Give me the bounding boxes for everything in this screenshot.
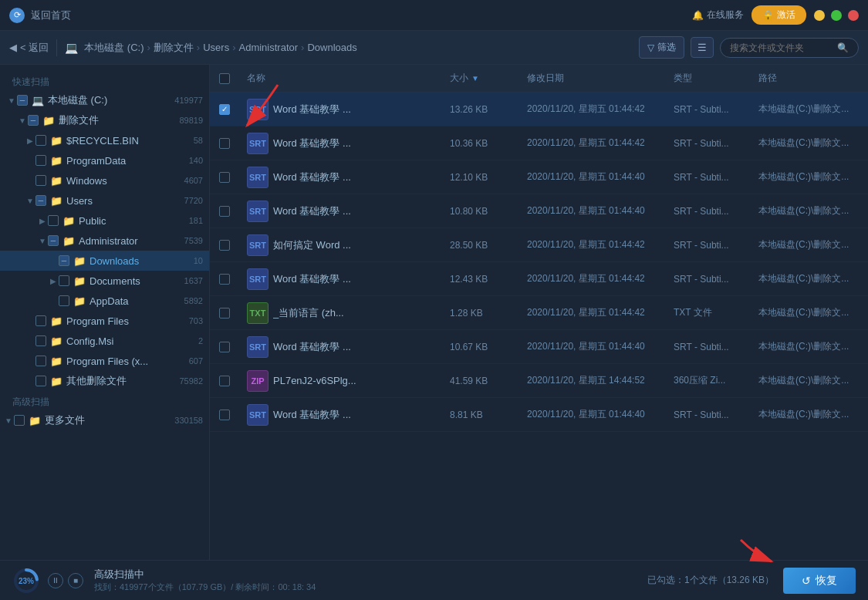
- nav-bar: ◀ < 返回 💻 本地磁盘 (C:) › 删除文件 › Users › Admi…: [0, 31, 868, 65]
- pause-button[interactable]: ⏸: [48, 573, 63, 588]
- menu-icon: ☰: [697, 42, 707, 53]
- row-checkbox-1[interactable]: [219, 138, 230, 149]
- recycle-checkbox[interactable]: [35, 135, 46, 146]
- sidebar-item-programdata[interactable]: ▶ 📁 ProgramData 140: [0, 150, 209, 170]
- table-row[interactable]: SRT 如何搞定 Word ... 28.50 KB 2020/11/20, 星…: [210, 228, 868, 262]
- table-row[interactable]: TXT _当前语言 (zh... 1.28 KB 2020/11/20, 星期五…: [210, 296, 868, 330]
- table-row[interactable]: SRT Word 基础教學 ... 8.81 KB 2020/11/20, 星期…: [210, 398, 868, 432]
- close-button[interactable]: [848, 10, 859, 21]
- breadcrumb-admin[interactable]: Administrator: [238, 42, 298, 53]
- expand-icon: ▼: [17, 116, 28, 125]
- scan-controls: ⏸ ■: [48, 573, 83, 588]
- row-check-7[interactable]: [219, 342, 247, 352]
- row-check-9[interactable]: [219, 410, 247, 420]
- users-checkbox[interactable]: ─: [35, 195, 46, 206]
- row-check-3[interactable]: [219, 206, 247, 217]
- table-row[interactable]: SRT Word 基础教學 ... 12.43 KB 2020/11/20, 星…: [210, 262, 868, 296]
- row-checkbox-6[interactable]: [219, 308, 230, 319]
- activate-button[interactable]: 🔒 激活: [751, 5, 806, 25]
- file-path-1: 本地磁盘(C:)\删除文...: [758, 137, 859, 150]
- file-size-7: 10.67 KB: [450, 342, 527, 352]
- breadcrumb-users[interactable]: Users: [203, 42, 229, 53]
- header-type: 类型: [674, 72, 758, 85]
- nav-divider: [56, 39, 57, 56]
- breadcrumb-drive[interactable]: 本地磁盘 (C:): [84, 41, 144, 55]
- breadcrumb-deleted[interactable]: 删除文件: [154, 41, 194, 55]
- table-row[interactable]: SRT Word 基础教學 ... 12.10 KB 2020/11/20, 星…: [210, 160, 868, 194]
- row-checkbox-8[interactable]: [219, 376, 230, 386]
- sidebar-item-documents[interactable]: ▶ 📁 Documents 1637: [0, 271, 209, 291]
- restore-button[interactable]: ↺ 恢复: [783, 568, 856, 594]
- sidebar-item-public[interactable]: ▶ 📁 Public 181: [0, 211, 209, 231]
- sidebar-item-other-deleted[interactable]: 📁 其他删除文件 75982: [0, 371, 209, 391]
- bottom-bar: 23% ⏸ ■ 高级扫描中 找到：419977个文件（107.79 GB）/ 剩…: [0, 560, 868, 600]
- row-checkbox-7[interactable]: [219, 342, 230, 352]
- file-type-text-7: SRT - Subti...: [674, 342, 758, 352]
- public-checkbox[interactable]: [48, 215, 59, 226]
- filter-button[interactable]: ▽ 筛选: [639, 36, 684, 59]
- main-layout: 快速扫描 ▼ ─ 💻 本地磁盘 (C:) 419977 ▼ ─ 📁 删除文件 8…: [0, 65, 868, 560]
- drive-checkbox[interactable]: ─: [17, 95, 28, 106]
- table-row[interactable]: SRT Word 基础教學 ... 10.67 KB 2020/11/20, 星…: [210, 330, 868, 364]
- stop-button[interactable]: ■: [68, 573, 83, 588]
- row-check-4[interactable]: [219, 240, 247, 251]
- search-box[interactable]: 🔍: [720, 38, 859, 58]
- row-check-1[interactable]: [219, 138, 247, 149]
- row-checkbox-3[interactable]: [219, 206, 230, 217]
- maximize-button[interactable]: [831, 10, 842, 21]
- row-checkbox-4[interactable]: [219, 240, 230, 251]
- sidebar-item-windows[interactable]: 📁 Windows 4607: [0, 170, 209, 190]
- sidebar-item-recycle[interactable]: ▶ 📁 $RECYCLE.BIN 58: [0, 130, 209, 150]
- sidebar-item-deleted[interactable]: ▼ ─ 📁 删除文件 89819: [0, 110, 209, 130]
- back-button[interactable]: ◀ < 返回: [9, 41, 49, 55]
- sidebar: 快速扫描 ▼ ─ 💻 本地磁盘 (C:) 419977 ▼ ─ 📁 删除文件 8…: [0, 65, 210, 560]
- downloads-checkbox[interactable]: ─: [59, 255, 69, 266]
- sidebar-item-configmsi[interactable]: 📁 Config.Msi 2: [0, 331, 209, 351]
- table-row[interactable]: SRT Word 基础教學 ... 10.36 KB 2020/11/20, 星…: [210, 126, 868, 160]
- title-bar-right: 🔔 在线服务 🔒 激活: [692, 5, 859, 25]
- row-check-5[interactable]: [219, 274, 247, 285]
- appdata-checkbox[interactable]: [59, 295, 69, 306]
- folder-icon: 📁: [49, 314, 63, 328]
- menu-button[interactable]: ☰: [691, 37, 714, 58]
- breadcrumb-downloads[interactable]: Downloads: [307, 42, 356, 53]
- sidebar-item-users[interactable]: ▼ ─ 📁 Users 7720: [0, 190, 209, 211]
- sidebar-item-more-files[interactable]: ▼ 📁 更多文件 330158: [0, 410, 209, 430]
- other-deleted-checkbox[interactable]: [35, 376, 46, 386]
- row-check-2[interactable]: [219, 172, 247, 183]
- search-input[interactable]: [730, 42, 833, 53]
- header-checkbox[interactable]: [219, 73, 230, 84]
- file-name-6: _当前语言 (zh...: [273, 306, 450, 320]
- bell-icon: 🔔: [692, 10, 704, 21]
- sidebar-item-appdata[interactable]: 📁 AppData 5892: [0, 291, 209, 311]
- service-button[interactable]: 🔔 在线服务: [692, 8, 744, 22]
- programdata-checkbox[interactable]: [35, 155, 46, 166]
- row-checkbox-9[interactable]: [219, 410, 230, 420]
- admin-checkbox[interactable]: ─: [48, 235, 59, 246]
- row-check-8[interactable]: [219, 376, 247, 386]
- pfx86-checkbox[interactable]: [35, 356, 46, 366]
- table-row[interactable]: SRT Word 基础教學 ... 10.80 KB 2020/11/20, 星…: [210, 194, 868, 228]
- table-row[interactable]: ✓ SRT Word 基础教學 ... 13.26 KB 2020/11/20,…: [210, 93, 868, 126]
- minimize-button[interactable]: [814, 10, 825, 21]
- row-checkbox-5[interactable]: [219, 274, 230, 285]
- sidebar-item-downloads[interactable]: ─ 📁 Downloads 10: [0, 251, 209, 271]
- sidebar-item-administrator[interactable]: ▼ ─ 📁 Administrator 7539: [0, 231, 209, 251]
- pf-checkbox[interactable]: [35, 315, 46, 326]
- row-checkbox-2[interactable]: [219, 172, 230, 183]
- home-link[interactable]: 返回首页: [31, 8, 71, 22]
- row-check-6[interactable]: [219, 308, 247, 319]
- sidebar-item-drive[interactable]: ▼ ─ 💻 本地磁盘 (C:) 419977: [0, 90, 209, 110]
- deleted-checkbox[interactable]: ─: [28, 115, 39, 126]
- table-row[interactable]: ZIP PL7enJ2-v6SPlg... 41.59 KB 2020/11/2…: [210, 364, 868, 398]
- sidebar-item-programfiles-x86[interactable]: 📁 Program Files (x... 607: [0, 351, 209, 371]
- row-checkbox-0[interactable]: ✓: [219, 104, 230, 115]
- row-check-0[interactable]: ✓: [219, 104, 247, 115]
- documents-checkbox[interactable]: [59, 275, 69, 286]
- configmsi-checkbox[interactable]: [35, 335, 46, 346]
- header-path: 路径: [758, 72, 859, 85]
- file-date-5: 2020/11/20, 星期五 01:44:42: [527, 272, 674, 285]
- sidebar-item-programfiles[interactable]: 📁 Program Files 703: [0, 311, 209, 331]
- morefiles-checkbox[interactable]: [14, 415, 25, 426]
- windows-checkbox[interactable]: [35, 175, 46, 186]
